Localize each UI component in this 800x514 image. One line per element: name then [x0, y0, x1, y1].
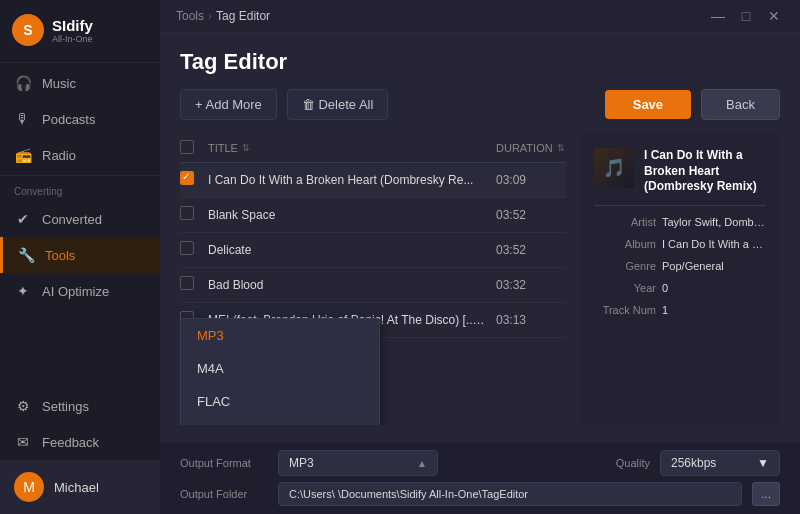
quality-select[interactable]: 256kbps ▼: [660, 450, 780, 476]
output-folder-label: Output Folder: [180, 488, 268, 500]
row-2-title: Delicate: [208, 243, 496, 257]
page-content: Tag Editor + Add More 🗑 Delete All Save …: [160, 33, 800, 441]
detail-title: I Can Do It With a Broken Heart (Dombres…: [644, 148, 766, 195]
sidebar-item-feedback[interactable]: ✉ Feedback: [0, 424, 160, 460]
row-3-check[interactable]: [180, 276, 208, 294]
row-3-checkbox[interactable]: [180, 276, 194, 290]
tools-icon: 🔧: [17, 246, 35, 264]
detail-divider: [594, 205, 766, 206]
selected-quality: 256kbps: [671, 456, 716, 470]
feedback-icon: ✉: [14, 433, 32, 451]
table-header: TITLE ⇅ DURATION ⇅: [180, 134, 566, 163]
converting-section-label: Converting: [0, 178, 160, 201]
dropdown-item-flac[interactable]: FLAC: [181, 385, 379, 418]
add-more-button[interactable]: + Add More: [180, 89, 277, 120]
table-panel: TITLE ⇅ DURATION ⇅ I Can Do: [180, 134, 566, 425]
toolbar: + Add More 🗑 Delete All Save Back: [180, 89, 780, 120]
ai-optimize-icon: ✦: [14, 282, 32, 300]
table-row[interactable]: Delicate 03:52: [180, 233, 566, 268]
close-button[interactable]: ✕: [764, 6, 784, 26]
row-2-checkbox[interactable]: [180, 241, 194, 255]
sidebar-item-ai-optimize-label: AI Optimize: [42, 284, 109, 299]
user-profile[interactable]: M Michael: [0, 460, 160, 514]
title-col-label: TITLE: [208, 142, 238, 154]
duration-sort-icon: ⇅: [557, 143, 565, 153]
maximize-button[interactable]: □: [736, 6, 756, 26]
logo-text: SIdify All-In-One: [52, 17, 93, 44]
album-label: Album: [594, 238, 656, 250]
radio-icon: 📻: [14, 146, 32, 164]
row-3-duration: 03:32: [496, 278, 566, 292]
detail-field-year: Year 0: [594, 282, 766, 294]
delete-all-button[interactable]: 🗑 Delete All: [287, 89, 389, 120]
row-1-title: Blank Space: [208, 208, 496, 222]
sidebar-item-tools[interactable]: 🔧 Tools: [0, 237, 160, 273]
album-value: I Can Do It With a Broken H: [662, 238, 766, 250]
header-duration: DURATION ⇅: [496, 142, 566, 154]
folder-row: Output Folder C:\Users\ \Documents\Sidif…: [180, 482, 780, 506]
dropdown-item-mp3[interactable]: MP3: [181, 319, 379, 352]
year-label: Year: [594, 282, 656, 294]
detail-panel: 🎵 I Can Do It With a Broken Heart (Dombr…: [580, 134, 780, 425]
sidebar-item-music-label: Music: [42, 76, 76, 91]
minimize-button[interactable]: —: [708, 6, 728, 26]
page-title: Tag Editor: [180, 49, 780, 75]
dropdown-item-m4a[interactable]: M4A: [181, 352, 379, 385]
row-1-check[interactable]: [180, 206, 208, 224]
detail-field-genre: Genre Pop/General: [594, 260, 766, 272]
row-0-check[interactable]: [180, 171, 208, 189]
row-0-checkbox[interactable]: [180, 171, 194, 185]
output-format-label: Output Format: [180, 457, 268, 469]
sidebar: S SIdify All-In-One 🎧 Music 🎙 Podcasts 📻…: [0, 0, 160, 514]
header-checkbox[interactable]: [180, 140, 194, 154]
sidebar-item-tools-label: Tools: [45, 248, 75, 263]
genre-value: Pop/General: [662, 260, 766, 272]
folder-path: C:\Users\ \Documents\Sidify All-In-One\T…: [278, 482, 742, 506]
sidebar-item-settings[interactable]: ⚙ Settings: [0, 388, 160, 424]
converted-icon: ✔: [14, 210, 32, 228]
row-1-checkbox[interactable]: [180, 206, 194, 220]
save-button[interactable]: Save: [605, 90, 691, 119]
table-body: I Can Do It With a Broken Heart (Dombres…: [180, 163, 566, 425]
row-0-title: I Can Do It With a Broken Heart (Dombres…: [208, 173, 496, 187]
table-row[interactable]: I Can Do It With a Broken Heart (Dombres…: [180, 163, 566, 198]
topbar: Tools › Tag Editor — □ ✕: [160, 0, 800, 33]
sidebar-item-podcasts[interactable]: 🎙 Podcasts: [0, 101, 160, 137]
tracknum-value: 1: [662, 304, 766, 316]
row-2-duration: 03:52: [496, 243, 566, 257]
table-row[interactable]: Bad Blood 03:32: [180, 268, 566, 303]
sidebar-item-radio[interactable]: 📻 Radio: [0, 137, 160, 173]
tracknum-label: Track Num: [594, 304, 656, 316]
selected-format: MP3: [289, 456, 314, 470]
back-button[interactable]: Back: [701, 89, 780, 120]
sidebar-item-settings-label: Settings: [42, 399, 89, 414]
logo-icon: S: [12, 14, 44, 46]
sidebar-divider-2: [0, 175, 160, 176]
sidebar-item-ai-optimize[interactable]: ✦ AI Optimize: [0, 273, 160, 309]
format-dropdown: MP3 M4A FLAC OGG AIFF: [180, 318, 380, 425]
genre-label: Genre: [594, 260, 656, 272]
detail-field-album: Album I Can Do It With a Broken H: [594, 238, 766, 250]
main-area: Tools › Tag Editor — □ ✕ Tag Editor + Ad…: [160, 0, 800, 514]
sidebar-item-radio-label: Radio: [42, 148, 76, 163]
sidebar-item-converted[interactable]: ✔ Converted: [0, 201, 160, 237]
quality-chevron-icon: ▼: [757, 456, 769, 470]
title-sort-icon: ⇅: [242, 143, 250, 153]
row-2-check[interactable]: [180, 241, 208, 259]
format-select[interactable]: MP3 ▲: [278, 450, 438, 476]
dropdown-item-ogg[interactable]: OGG: [181, 418, 379, 425]
year-value: 0: [662, 282, 766, 294]
sidebar-bottom: ⚙ Settings ✉ Feedback M Michael: [0, 388, 160, 514]
format-row: Output Format MP3 ▲ Quality 256kbps ▼: [180, 450, 780, 476]
window-controls: — □ ✕: [708, 6, 784, 26]
folder-browse-button[interactable]: ...: [752, 482, 780, 506]
header-title: TITLE ⇅: [208, 142, 496, 154]
row-4-duration: 03:13: [496, 313, 566, 327]
table-row[interactable]: Blank Space 03:52: [180, 198, 566, 233]
sidebar-item-podcasts-label: Podcasts: [42, 112, 95, 127]
breadcrumb: Tools › Tag Editor: [176, 9, 270, 23]
sidebar-item-music[interactable]: 🎧 Music: [0, 65, 160, 101]
row-3-title: Bad Blood: [208, 278, 496, 292]
detail-field-tracknum: Track Num 1: [594, 304, 766, 316]
breadcrumb-current: Tag Editor: [216, 9, 270, 23]
